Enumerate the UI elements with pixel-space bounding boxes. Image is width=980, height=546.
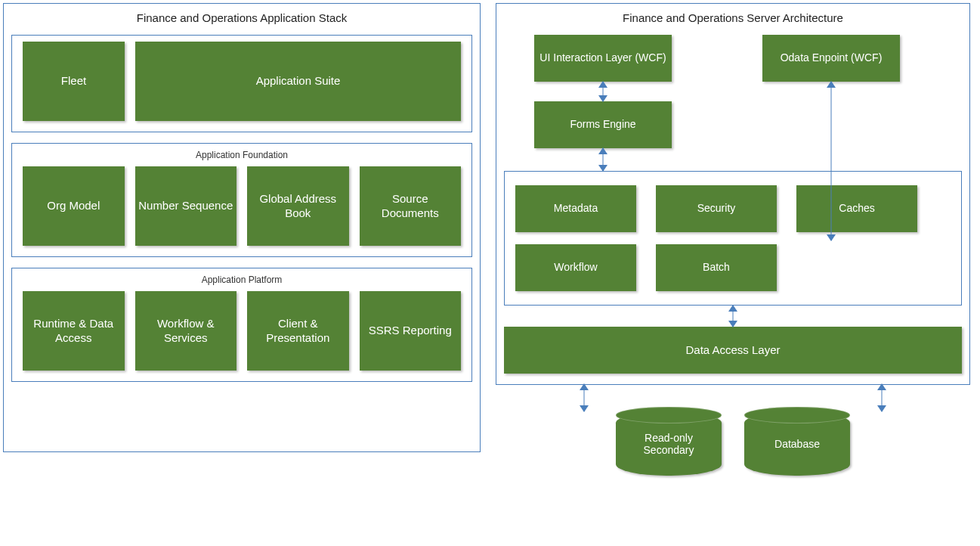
app-stack-panel: Finance and Operations Application Stack…: [3, 3, 481, 452]
platform-section: Application Platform Runtime & Data Acce…: [11, 268, 472, 382]
db-database: Database: [744, 411, 850, 476]
core-section: Metadata Security Caches Workflow Batch: [504, 171, 962, 306]
box-org-model: Org Model: [23, 166, 125, 246]
box-data-access-layer: Data Access Layer: [504, 327, 962, 374]
box-runtime-data-access: Runtime & Data Access: [23, 291, 125, 371]
box-ssrs-reporting: SSRS Reporting: [360, 291, 462, 371]
arrow-forms-to-core: [602, 148, 604, 171]
box-metadata: Metadata: [515, 185, 636, 232]
db-readonly-label: Read-only Secondary: [616, 432, 722, 456]
box-security: Security: [656, 185, 777, 232]
server-arch-panel: Finance and Operations Server Architectu…: [496, 3, 970, 385]
box-workflow-services: Workflow & Services: [135, 291, 237, 371]
box-forms-engine: Forms Engine: [534, 101, 672, 148]
foundation-section: Application Foundation Org Model Number …: [11, 143, 472, 257]
foundation-title: Application Foundation: [23, 150, 461, 160]
box-fleet: Fleet: [23, 42, 125, 121]
arrow-dal-to-readonly: [583, 384, 585, 411]
db-database-label: Database: [770, 438, 824, 450]
box-global-address-book: Global Address Book: [247, 166, 349, 246]
arrow-core-to-dal: [732, 306, 734, 327]
box-workflow: Workflow: [515, 244, 636, 291]
box-number-sequence: Number Sequence: [135, 166, 237, 246]
box-odata-endpoint: Odata Enpoint (WCF): [762, 35, 900, 82]
platform-title: Application Platform: [23, 275, 461, 285]
app-stack-title: Finance and Operations Application Stack: [11, 11, 472, 24]
server-arch-title: Finance and Operations Server Architectu…: [504, 11, 962, 24]
box-client-presentation: Client & Presentation: [247, 291, 349, 371]
suite-section: Fleet Application Suite: [11, 35, 472, 132]
box-batch: Batch: [656, 244, 777, 291]
arrow-dal-to-database: [881, 384, 883, 411]
box-ui-interaction-layer: UI Interaction Layer (WCF): [534, 35, 672, 82]
box-source-documents: Source Documents: [360, 166, 462, 246]
box-caches: Caches: [796, 185, 917, 232]
box-application-suite: Application Suite: [135, 42, 461, 121]
arrow-ui-to-forms: [602, 82, 604, 101]
db-readonly-secondary: Read-only Secondary: [616, 411, 722, 476]
